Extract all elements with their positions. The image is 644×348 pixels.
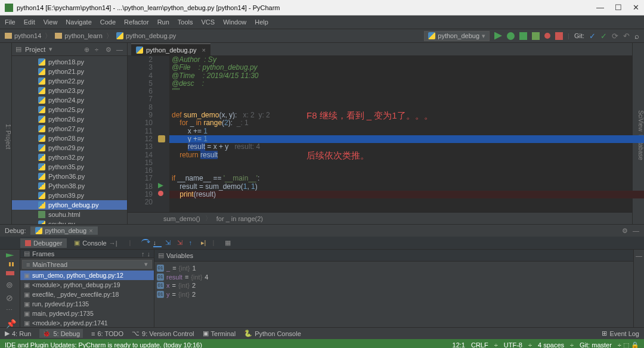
view-breakpoints-icon[interactable]: ⊚ [6,280,14,288]
git-branch[interactable]: Git: master [580,341,612,348]
tree-item[interactable]: python35.py [12,162,127,172]
force-step-into-icon[interactable]: ⇲ [165,239,174,247]
code-line[interactable]: @File : python_debug.py [172,64,632,72]
tree-item[interactable]: python28.py [12,133,127,143]
stop-button[interactable] [6,271,14,275]
thread-select[interactable]: ≡MainThread▾ [22,260,152,269]
mute-breakpoints-icon[interactable]: ⊘ [6,293,14,302]
tree-item[interactable]: souhu.py [12,219,127,224]
maximize-button[interactable]: ☐ [615,3,622,12]
vcs-history-icon[interactable]: ⟳ [612,32,618,41]
close-button[interactable]: ✕ [633,3,639,12]
step-into-my-code-icon[interactable]: ⇲ [177,239,185,247]
menu-tools[interactable]: Tools [178,18,193,26]
target-icon[interactable]: ÷ [95,46,102,53]
cursor-pos[interactable]: 12:1 [453,341,465,348]
code-line[interactable]: result = x + y result: 4 [172,143,632,151]
code-line[interactable]: @desc : [172,80,632,88]
pyconsole-tool[interactable]: 🐍 Python Console [244,330,301,337]
variable-item[interactable]: 01result = {int} 4 [157,273,631,282]
debugger-tab[interactable]: Debugger [20,238,67,248]
tree-item[interactable]: Python38.py [12,181,127,191]
frame-item[interactable]: ▣execfile, _pydev_execfile.py:18 [20,290,154,299]
code-line[interactable]: y += 1 [169,135,644,143]
step-over-icon[interactable] [141,239,150,247]
code-line[interactable] [172,159,632,167]
coverage-button[interactable] [519,32,527,40]
menu-view[interactable]: View [44,18,58,26]
next-frame-icon[interactable]: ↓ [147,250,151,257]
tree-item[interactable]: python32.py [12,153,127,162]
variable-item[interactable]: 01y = {int} 2 [157,290,631,299]
tree-item[interactable]: python29.py [12,143,127,153]
search-icon[interactable]: ⌕ [634,32,639,41]
code-line[interactable]: @Author : Sy [172,56,632,64]
menu-help[interactable]: Help [255,18,268,26]
console-tab[interactable]: ▣Console→| [69,238,122,248]
collapse-icon[interactable]: ⊕ [84,46,91,53]
concurrency-button[interactable] [544,33,550,39]
tree-item[interactable]: souhu.html [12,210,127,219]
variable-item[interactable]: 01_ = {int} 1 [157,264,631,273]
eventlog-tool[interactable]: ⊞ Event Log [602,330,639,337]
code-line[interactable]: return result [172,151,632,159]
tree-item[interactable]: python23.py [12,86,127,95]
code-area[interactable]: 234567891011121314151617181920 F8 继续，看到 … [128,56,632,212]
code-line[interactable]: """ [172,88,632,95]
run-to-cursor-icon[interactable]: ▸| [201,239,209,247]
frame-item[interactable]: ▣run, pydevd.py:1135 [20,299,154,309]
tree-item[interactable]: python26.py [12,114,127,124]
tree-item[interactable]: python39.py [12,191,127,200]
debug-button[interactable] [507,32,515,40]
gear-icon[interactable]: ⚙ [106,46,113,53]
vcs-tool[interactable]: ⌥ 9: Version Control [132,330,194,337]
menu-edit[interactable]: Edit [24,18,35,26]
code-line[interactable]: for _ in range(2): _: 1 [172,119,632,127]
run-button[interactable] [494,32,502,40]
line-sep[interactable]: CRLF [471,341,488,348]
vcs-revert-icon[interactable]: ↶ [623,32,630,41]
step-out-icon[interactable]: ↑ [189,239,197,247]
bulb-icon[interactable] [158,135,165,142]
run-gutter-icon[interactable] [158,183,163,188]
editor-tab[interactable]: python_debug.py × [131,44,210,55]
menu-run[interactable]: Run [157,18,169,26]
code-line[interactable]: print(result) [169,191,644,198]
frame-item[interactable]: ▣main, pydevd.py:1735 [20,309,154,318]
code-line[interactable] [172,95,632,103]
code-breadcrumb[interactable]: sum_demo() 〉 for _ in range(2) [128,212,632,224]
code-line[interactable]: x += 1 [172,128,632,135]
step-into-icon[interactable]: ↓ [153,239,162,247]
menu-code[interactable]: Code [100,18,116,26]
evaluate-icon[interactable]: ▦ [225,239,233,247]
menu-window[interactable]: Window [223,18,246,26]
breadcrumb[interactable]: python14 〉 python_learn 〉 python_debug.p… [5,32,176,41]
tree-item[interactable]: python22.py [12,76,127,86]
profile-button[interactable] [532,32,540,40]
tree-item[interactable]: python25.py [12,105,127,114]
prev-frame-icon[interactable]: ↑ [141,250,145,257]
code-line[interactable]: if __name__ == '__main__': [172,175,632,182]
frame-item[interactable]: ▣<module>, python_debug.py:19 [20,280,154,290]
menu-navigate[interactable]: Navigate [66,18,91,26]
code-line[interactable]: result = sum_demo(1, 1) [172,183,632,191]
debug-tool[interactable]: 🐞 5: Debug [39,329,83,338]
terminal-tool[interactable]: ▣ Terminal [203,330,236,337]
todo-tool[interactable]: ≡ 6: TODO [91,330,123,337]
run-tool[interactable]: ▶ 4: Run [5,330,31,337]
menu-vcs[interactable]: VCS [202,18,215,26]
tree-item[interactable]: python27.py [12,124,127,133]
encoding[interactable]: UTF-8 [504,341,522,348]
gear-icon[interactable]: ⚙ [622,227,628,235]
stop-button[interactable] [555,32,563,40]
left-gutter[interactable]: 1: Project [0,43,12,224]
run-config-select[interactable]: python_debug ▾ [424,31,490,41]
pause-button[interactable] [9,262,11,266]
code-line[interactable]: @Time : 2019/4/15 11:30 [172,72,632,80]
tree-item[interactable]: python18.py [12,57,127,67]
resume-button[interactable] [6,253,14,257]
minimize-button[interactable]: — [596,3,604,12]
breakpoint-icon[interactable] [158,191,163,196]
menu-refactor[interactable]: Refactor [124,18,149,26]
tree-item[interactable]: python24.py [12,95,127,105]
